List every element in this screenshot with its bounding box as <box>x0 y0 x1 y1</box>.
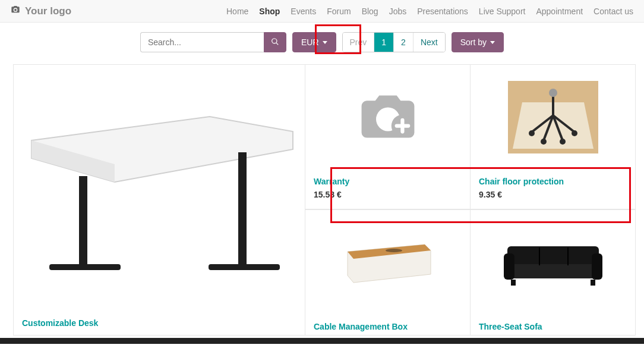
logo[interactable]: Your logo <box>11 5 71 17</box>
nav-events[interactable]: Events <box>291 7 316 16</box>
svg-point-17 <box>560 139 566 145</box>
product-info: Customizable Desk <box>14 311 305 328</box>
product-image <box>305 210 470 315</box>
sort-label: Sort by <box>460 37 487 47</box>
svg-rect-4 <box>238 152 247 265</box>
svg-marker-0 <box>31 117 293 182</box>
camera-placeholder-icon <box>355 93 421 142</box>
nav-blog[interactable]: Blog <box>362 7 378 16</box>
product-title: Warranty <box>314 177 462 186</box>
product-image <box>471 65 635 170</box>
nav-contact-us[interactable]: Contact us <box>594 7 633 16</box>
product-grid: Customizable Desk Warranty 15.58 € <box>0 64 644 336</box>
product-info: Three-Seat Sofa <box>471 315 635 331</box>
search-icon <box>271 37 279 48</box>
nav-forum[interactable]: Forum <box>327 7 351 16</box>
product-image <box>305 65 470 170</box>
product-title: Chair floor protection <box>479 177 627 186</box>
sort-dropdown[interactable]: Sort by <box>452 32 504 52</box>
svg-point-14 <box>529 130 535 136</box>
page-2[interactable]: 2 <box>394 33 413 52</box>
search-button[interactable] <box>264 32 286 52</box>
pagination: Prev 1 2 Next <box>342 32 446 52</box>
svg-rect-5 <box>209 264 280 270</box>
nav-appointment[interactable]: Appointment <box>536 7 583 16</box>
logo-text: Your logo <box>25 5 71 17</box>
product-title: Three-Seat Sofa <box>479 322 627 331</box>
product-title: Cable Management Box <box>314 322 462 331</box>
svg-point-18 <box>549 89 557 97</box>
main-nav: Home Shop Events Forum Blog Jobs Present… <box>226 7 633 16</box>
page-1[interactable]: 1 <box>374 33 394 52</box>
app-header: Your logo Home Shop Events Forum Blog Jo… <box>0 0 644 23</box>
currency-dropdown[interactable]: EUR <box>292 32 336 52</box>
svg-point-16 <box>541 139 547 145</box>
svg-rect-22 <box>507 246 599 267</box>
sofa-image <box>503 236 604 289</box>
chair-mat-image <box>508 81 598 153</box>
product-info: Chair floor protection 9.35 € <box>471 170 635 209</box>
search-input[interactable] <box>140 32 264 52</box>
svg-rect-3 <box>49 264 121 270</box>
nav-live-support[interactable]: Live Support <box>479 7 526 16</box>
product-price: 15.58 € <box>314 190 462 199</box>
svg-rect-28 <box>511 280 516 286</box>
product-card-warranty[interactable]: Warranty 15.58 € <box>305 64 471 209</box>
svg-rect-2 <box>79 176 87 265</box>
product-image <box>471 210 635 315</box>
currency-label: EUR <box>301 37 319 47</box>
cable-box-image <box>342 239 434 286</box>
nav-home[interactable]: Home <box>226 7 248 16</box>
nav-shop[interactable]: Shop <box>259 7 280 16</box>
product-info: Cable Management Box <box>305 315 470 331</box>
taskbar-sliver <box>0 338 644 344</box>
product-price: 9.35 € <box>479 190 627 199</box>
desk-image <box>14 93 305 283</box>
product-card-cable-management-box[interactable]: Cable Management Box <box>305 209 471 336</box>
shop-toolbar: EUR Prev 1 2 Next Sort by <box>0 23 644 64</box>
chevron-down-icon <box>490 41 495 44</box>
svg-point-15 <box>572 130 577 136</box>
page-next[interactable]: Next <box>413 33 445 52</box>
product-title: Customizable Desk <box>22 318 296 328</box>
product-card-chair-floor-protection[interactable]: Chair floor protection 9.35 € <box>471 64 636 209</box>
product-info: Warranty 15.58 € <box>305 170 470 209</box>
search <box>140 32 286 52</box>
product-card-three-seat-sofa[interactable]: Three-Seat Sofa <box>471 209 636 336</box>
camera-icon <box>11 5 20 17</box>
svg-point-21 <box>386 249 402 252</box>
nav-presentations[interactable]: Presentations <box>417 7 468 16</box>
svg-rect-23 <box>507 264 599 278</box>
nav-jobs[interactable]: Jobs <box>389 7 407 16</box>
row-1: Warranty 15.58 € <box>305 64 636 209</box>
side-column: Warranty 15.58 € <box>305 64 636 336</box>
chevron-down-icon <box>323 41 327 44</box>
svg-rect-24 <box>504 253 514 280</box>
svg-rect-25 <box>592 253 602 280</box>
row-2: Cable Management Box <box>305 209 636 336</box>
product-image <box>14 65 305 311</box>
page-prev[interactable]: Prev <box>343 33 375 52</box>
svg-rect-29 <box>591 280 595 286</box>
product-card-customizable-desk[interactable]: Customizable Desk <box>13 64 305 336</box>
